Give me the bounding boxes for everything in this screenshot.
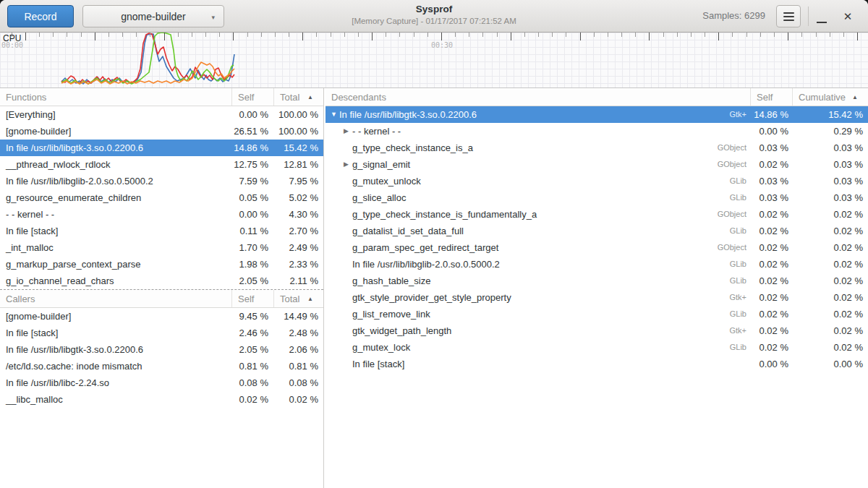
function-row[interactable]: [gnome-builder]26.51 %100.00 %: [0, 123, 323, 140]
descendant-row[interactable]: g_type_check_instance_is_fundamentally_a…: [326, 206, 868, 223]
total-value: 2.06 %: [274, 341, 323, 358]
function-name: - - kernel - -: [0, 206, 232, 223]
function-row[interactable]: In file /usr/lib/libgtk-3.so.0.2200.614.…: [0, 140, 323, 156]
descendant-row[interactable]: ▼In file /usr/lib/libgtk-3.so.0.2200.6Gt…: [326, 106, 868, 123]
self-column-header[interactable]: Self: [232, 88, 274, 106]
self-value: 1.98 %: [232, 256, 274, 273]
function-name: In file /usr/lib/libgtk-3.so.0.2200.6: [0, 140, 232, 156]
total-value: 5.02 %: [274, 189, 323, 206]
ruler-tick: [386, 33, 386, 37]
descendants-list: ▼In file /usr/lib/libgtk-3.so.0.2200.6Gt…: [326, 106, 868, 372]
ruler-tick: [774, 33, 775, 37]
functions-list: [Everything]0.00 %100.00 %[gnome-builder…: [0, 106, 323, 289]
self-value: 0.02 %: [751, 322, 793, 339]
expander-open-icon[interactable]: ▼: [331, 106, 339, 123]
descendants-self-column-header[interactable]: Self: [751, 88, 793, 106]
menu-button[interactable]: [776, 5, 801, 27]
descendant-row[interactable]: gtk_style_provider_get_style_propertyGtk…: [326, 289, 868, 306]
close-button[interactable]: ✕: [836, 5, 859, 27]
descendants-column-header[interactable]: Descendants: [326, 88, 751, 106]
callers-total-column-header[interactable]: Total▲: [274, 290, 323, 307]
function-row[interactable]: - - kernel - -0.00 %4.30 %: [0, 206, 323, 223]
self-value: 0.11 %: [232, 223, 274, 239]
function-row[interactable]: g_resource_enumerate_children0.05 %5.02 …: [0, 189, 323, 206]
descendant-row[interactable]: In file [stack]0.00 %0.00 %: [326, 356, 868, 372]
descendant-row[interactable]: gtk_widget_path_lengthGtk+0.02 %0.02 %: [326, 322, 868, 339]
caller-row[interactable]: __libc_malloc0.02 %0.02 %: [0, 391, 323, 408]
ruler-tick: [788, 33, 788, 40]
record-button[interactable]: Record: [7, 5, 74, 27]
callers-column-header[interactable]: Callers: [0, 290, 232, 307]
ruler-tick: [427, 33, 428, 37]
descendant-row[interactable]: g_mutex_unlockGLib0.03 %0.03 %: [326, 173, 868, 189]
descendant-row[interactable]: g_mutex_lockGLib0.02 %0.02 %: [326, 339, 868, 356]
function-row[interactable]: _int_malloc1.70 %2.49 %: [0, 239, 323, 256]
ruler-tick: [275, 33, 276, 37]
descendant-row[interactable]: ▶- - kernel - -0.00 %0.29 %: [326, 123, 868, 140]
descendant-name-cell: g_datalist_id_set_data_fullGLib: [326, 223, 751, 239]
library-category-label: GObject: [718, 239, 751, 256]
library-category-label: GLib: [730, 223, 751, 239]
function-row[interactable]: In file /usr/lib/libglib-2.0.so.0.5000.2…: [0, 173, 323, 189]
function-row[interactable]: In file [stack]0.11 %2.70 %: [0, 223, 323, 239]
expander-closed-icon[interactable]: ▶: [344, 123, 352, 140]
self-value: 2.05 %: [232, 341, 274, 358]
main-area: Functions Self Total▲ [Everything]0.00 %…: [0, 88, 868, 488]
caller-row[interactable]: In file /usr/lib/libgtk-3.so.0.2200.62.0…: [0, 341, 323, 358]
function-row[interactable]: [Everything]0.00 %100.00 %: [0, 106, 323, 123]
descendant-row[interactable]: g_type_check_instance_is_aGObject0.03 %0…: [326, 140, 868, 156]
self-value: 0.02 %: [751, 206, 793, 223]
total-value: 7.95 %: [274, 173, 323, 189]
descendant-row[interactable]: In file /usr/lib/libglib-2.0.so.0.5000.2…: [326, 256, 868, 273]
ruler-tick: [718, 33, 719, 40]
library-category-label: GLib: [730, 173, 751, 189]
ruler-tick: [302, 33, 303, 40]
descendant-row[interactable]: g_datalist_id_set_data_fullGLib0.02 %0.0…: [326, 223, 868, 239]
descendant-name-cell: g_type_check_instance_is_fundamentally_a…: [326, 206, 751, 223]
function-row[interactable]: __pthread_rwlock_rdlock12.75 %12.81 %: [0, 156, 323, 173]
ruler-tick: [136, 33, 137, 37]
functions-pane: Functions Self Total▲ [Everything]0.00 %…: [0, 88, 324, 488]
caller-row[interactable]: In file /usr/lib/libc-2.24.so0.08 %0.08 …: [0, 374, 323, 391]
library-category-label: GLib: [730, 306, 751, 322]
ruler-tick: [39, 33, 40, 37]
descendant-row[interactable]: g_hash_table_sizeGLib0.02 %0.02 %: [326, 273, 868, 289]
ruler-tick: [635, 33, 636, 37]
cumulative-value: 0.03 %: [793, 189, 868, 206]
ruler-tick: [399, 33, 400, 37]
descendant-name: g_list_remove_link: [352, 306, 430, 322]
self-value: 0.02 %: [232, 391, 274, 408]
function-row[interactable]: g_markup_parse_context_parse1.98 %2.33 %: [0, 256, 323, 273]
caller-row[interactable]: In file [stack]2.46 %2.48 %: [0, 325, 323, 341]
sysprof-window: Record gnome-builder ▾ Sysprof [Memory C…: [0, 0, 868, 488]
ruler-tick: [524, 33, 525, 37]
caller-row[interactable]: [gnome-builder]9.45 %14.49 %: [0, 308, 323, 325]
caller-row[interactable]: /etc/ld.so.cache: inode mismatch0.81 %0.…: [0, 358, 323, 374]
self-value: 0.02 %: [751, 339, 793, 356]
callers-self-column-header[interactable]: Self: [232, 290, 274, 307]
ruler-tick: [53, 33, 54, 37]
function-name: _int_malloc: [0, 239, 232, 256]
process-selector-dropdown[interactable]: gnome-builder ▾: [82, 5, 224, 27]
descendant-row[interactable]: ▶g_signal_emitGObject0.02 %0.03 %: [326, 156, 868, 173]
ruler-tick: [25, 33, 26, 40]
descendants-header: Descendants Self Cumulative▲: [326, 88, 868, 106]
expander-closed-icon[interactable]: ▶: [344, 156, 352, 173]
descendant-name: gtk_style_provider_get_style_property: [352, 289, 511, 306]
descendant-row[interactable]: g_param_spec_get_redirect_targetGObject0…: [326, 239, 868, 256]
descendant-row[interactable]: g_list_remove_linkGLib0.02 %0.02 %: [326, 306, 868, 322]
cpu-graph[interactable]: CPU 00:00 00:30: [0, 33, 868, 88]
descendant-name: g_type_check_instance_is_fundamentally_a: [352, 206, 537, 223]
descendant-row[interactable]: g_slice_allocGLib0.03 %0.03 %: [326, 189, 868, 206]
library-category-label: Gtk+: [729, 289, 751, 306]
minimize-button[interactable]: [810, 5, 833, 27]
descendant-name: g_type_check_instance_is_a: [352, 140, 473, 156]
ruler-tick: [441, 33, 442, 40]
function-row[interactable]: g_io_channel_read_chars2.05 %2.11 %: [0, 273, 323, 289]
functions-column-header[interactable]: Functions: [0, 88, 232, 106]
cumulative-column-header[interactable]: Cumulative▲: [793, 88, 868, 106]
capture-subtitle: [Memory Capture] - 01/17/2017 07:21:52 A…: [217, 16, 651, 26]
total-column-header[interactable]: Total▲: [274, 88, 323, 106]
ruler-tick: [414, 33, 414, 37]
function-name: In file [stack]: [0, 223, 232, 239]
